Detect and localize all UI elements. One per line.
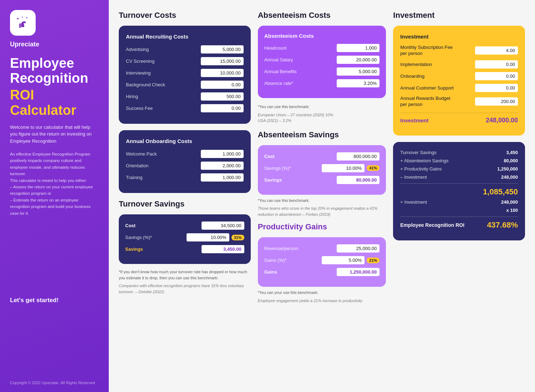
absenteeism-benchmark-italic: European Union – 27 countries (2020) 10%… — [258, 112, 386, 124]
revenue-per-person-input[interactable] — [337, 244, 379, 253]
as-cost-input[interactable] — [337, 152, 379, 161]
ts-cost-label: Cost — [125, 223, 202, 228]
roi-final-label: Employee Recognition ROI — [400, 222, 464, 228]
headcount-label: Headcount — [264, 45, 337, 51]
svg-text:★: ★ — [26, 16, 28, 19]
annual-salary-input[interactable] — [337, 56, 379, 64]
table-row: Advertising — [126, 45, 244, 54]
absenteeism-section-title: Absenteeism Costs — [258, 11, 386, 20]
monthly-sub-input[interactable] — [475, 46, 518, 55]
table-row: Savings — [125, 245, 244, 253]
investment-card-title: Investment — [400, 34, 518, 40]
as-benchmark-italic: Those teams who score in the top 20% in … — [258, 205, 386, 217]
turnover-section-title: Turnover Costs — [119, 11, 251, 20]
svg-text:★: ★ — [16, 17, 19, 20]
prod-benchmark-text: *You can your use this benchmark: — [258, 290, 386, 296]
ts-savings-input[interactable] — [202, 245, 244, 253]
cv-screening-input[interactable] — [201, 57, 244, 65]
table-row: Cost — [125, 222, 244, 230]
roi-final-value: 437.68% — [487, 220, 518, 230]
annual-salary-label: Annual Salary — [264, 57, 337, 62]
investment-total-row: Investment 248,000.00 — [400, 117, 518, 124]
productivity-section-title: Productivity Gains — [258, 222, 386, 231]
annual-benefits-input[interactable] — [337, 67, 379, 76]
ts-badge: 31% — [231, 235, 244, 240]
advertising-label: Advertising — [126, 47, 201, 52]
roi-multiplier-row: x 100 — [400, 208, 518, 213]
table-row: Cost — [264, 152, 380, 161]
welcome-pack-label: Welcome Pack — [126, 151, 201, 157]
as-benchmark-text: *You can use this benchmark: — [258, 198, 386, 204]
roi-productivity-value: 1,250,000 — [497, 166, 518, 172]
table-row: Headcount — [264, 44, 380, 52]
as-savings-value[interactable] — [337, 176, 379, 184]
roi-investment-label: – Investment — [400, 174, 427, 180]
orientation-input[interactable] — [201, 162, 244, 170]
interviewing-input[interactable] — [201, 69, 244, 77]
ts-cost-input[interactable] — [202, 222, 244, 230]
investment-section-title: Investment — [393, 11, 525, 20]
gains-pct-input[interactable] — [322, 256, 365, 264]
intro-text: Welcome to our calculator that will help… — [10, 124, 99, 145]
hero-roi: ROI Calculator — [10, 87, 99, 118]
roi-investment2-value: 248,000 — [501, 199, 518, 205]
as-cost-label: Cost — [264, 154, 337, 159]
table-row: Welcome Pack — [126, 150, 244, 158]
implementation-input[interactable] — [475, 60, 518, 68]
annual-benefits-label: Annual Benefits — [264, 69, 337, 74]
roi-absenteeism-value: 80,000 — [504, 158, 518, 163]
prod-benchmark-italic: Employee engagement yields a 21% increas… — [258, 298, 386, 304]
logo-box: ★ ★ ★ — [10, 10, 36, 36]
table-row: Success Fee — [126, 104, 244, 112]
table-row: Annual Salary — [264, 56, 380, 64]
turnover-column: Turnover Costs Annual Recruiting Costs A… — [119, 11, 254, 385]
background-check-input[interactable] — [201, 81, 244, 89]
absenteeism-savings-section-title: Absenteeism Savings — [258, 130, 386, 139]
onboarding-inv-label: Onboarding — [400, 73, 475, 79]
roi-subtotal-row: 1,085,450 — [400, 187, 518, 197]
as-savings-label: Savings — [264, 177, 337, 183]
onboarding-inv-input[interactable] — [475, 72, 518, 80]
table-row: Monthly Subscription Fee per person — [400, 45, 518, 57]
roi-absenteeism-row: + Absenteeism Savings 80,000 — [400, 158, 518, 163]
absenteeism-costs-card: Absenteeism Costs Headcount Annual Salar… — [258, 26, 386, 98]
background-check-label: Background Check — [126, 82, 201, 87]
absenteeism-card-title: Absenteeism Costs — [264, 33, 380, 39]
main-content: Turnover Costs Annual Recruiting Costs A… — [109, 0, 535, 392]
sidebar: ★ ★ ★ Upreciate Employee Recognition ROI… — [0, 0, 109, 392]
annual-rewards-budget-input[interactable] — [475, 97, 518, 106]
table-row: Gains — [264, 268, 380, 276]
recruiting-card-title: Annual Recruiting Costs — [126, 34, 244, 40]
success-fee-label: Success Fee — [126, 106, 201, 111]
absence-rate-input[interactable] — [337, 79, 379, 87]
body-text: An effective Employee Recognition Progra… — [10, 151, 99, 217]
annual-rewards-budget-label: Annual Rewards Budget per person — [400, 96, 457, 108]
brand-name: Upreciate — [10, 41, 99, 48]
annual-customer-support-input[interactable] — [475, 84, 518, 92]
table-row: Revenue/person — [264, 244, 380, 253]
as-savings-pct-input[interactable] — [322, 164, 365, 172]
svg-text:★: ★ — [21, 16, 23, 18]
absenteeism-column: Absenteeism Costs Absenteeism Costs Head… — [254, 11, 390, 385]
ts-savings-pct-label: Savings (%)* — [125, 235, 187, 240]
table-row: Savings (%)* 41% — [264, 164, 380, 172]
roi-turnover-row: Turnover Savings 3,450 — [400, 150, 518, 155]
advertising-input[interactable] — [201, 45, 244, 54]
roi-investment-row: – Investment 248,000 — [400, 174, 518, 180]
table-row: CV Screening — [126, 57, 244, 65]
turnover-benchmark-text: *If you don't know how much your turnove… — [119, 269, 251, 281]
prod-gains-input[interactable] — [337, 268, 379, 276]
roi-absenteeism-label: + Absenteeism Savings — [400, 158, 449, 163]
training-input[interactable] — [201, 173, 244, 182]
ts-savings-label: Savings — [125, 246, 202, 252]
success-fee-input[interactable] — [201, 104, 244, 112]
roi-productivity-row: + Productivity Gains 1,250,000 — [400, 166, 518, 172]
headcount-input[interactable] — [337, 44, 379, 52]
cv-screening-label: CV Screening — [126, 58, 201, 64]
ts-savings-pct-input[interactable] — [187, 233, 229, 241]
recruiting-card: Annual Recruiting Costs Advertising CV S… — [119, 26, 251, 124]
welcome-pack-input[interactable] — [201, 150, 244, 158]
hiring-input[interactable] — [201, 92, 244, 101]
hiring-label: Hiring — [126, 94, 201, 99]
table-row: Absence rate* — [264, 79, 380, 87]
